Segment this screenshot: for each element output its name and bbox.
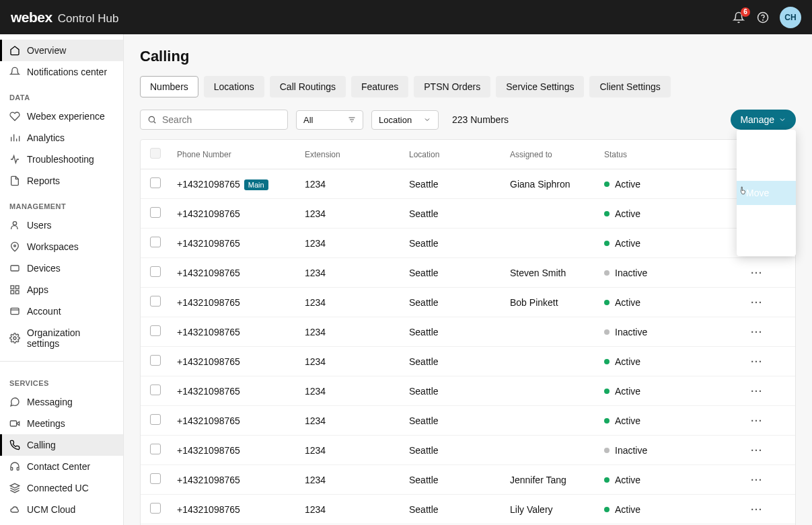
menu-item-activate[interactable]: Activate <box>737 157 796 181</box>
table-row[interactable]: +143210987651234SeattleLily ValeryActive… <box>141 495 795 524</box>
select-all-checkbox[interactable] <box>150 148 161 159</box>
table-row[interactable]: +143210987651234SeattleActive··· <box>141 376 795 406</box>
col-check <box>141 140 170 169</box>
status-dot-icon <box>604 211 610 216</box>
tab-ptsn-orders[interactable]: PTSN Orders <box>414 76 490 97</box>
sidebar: OverviewNotifications center DATA Webex … <box>0 34 124 525</box>
sidebar-item-label: Users <box>27 220 52 231</box>
table-row[interactable]: +14321098765Main1234SeattleGiana Siphron… <box>141 169 795 199</box>
cell-phone: +14321098765 <box>170 199 298 229</box>
notifications-button[interactable]: 6 <box>731 10 746 25</box>
row-checkbox[interactable] <box>150 414 161 425</box>
menu-item-add[interactable]: Add <box>737 132 796 157</box>
numbers-table: Phone Number Extension Location Assigned… <box>141 140 795 525</box>
table-row[interactable]: +143210987651234SeattleActive··· <box>141 347 795 376</box>
manage-button[interactable]: Manage AddActivateMoveDeleteExport <box>731 110 796 130</box>
row-checkbox[interactable] <box>150 177 161 188</box>
avatar[interactable]: CH <box>780 7 801 28</box>
row-checkbox[interactable] <box>150 325 161 336</box>
cell-location: Seattle <box>402 347 503 376</box>
table-row[interactable]: +143210987651234SeattleInactive··· <box>141 436 795 465</box>
filter-location[interactable]: Location <box>371 110 439 130</box>
user-icon <box>9 220 20 231</box>
grid-icon <box>9 284 20 295</box>
table-row[interactable]: +143210987651234SeattleJennifer TangActi… <box>141 465 795 495</box>
row-checkbox[interactable] <box>150 385 161 395</box>
tab-service-settings[interactable]: Service Settings <box>496 76 584 97</box>
menu-item-delete[interactable]: Delete <box>737 205 796 229</box>
tab-features[interactable]: Features <box>351 76 408 97</box>
sidebar-item-contact-center[interactable]: Contact Center <box>0 456 123 477</box>
cell-phone: +14321098765 <box>170 376 298 406</box>
row-actions-button[interactable]: ··· <box>751 268 763 278</box>
search-box[interactable] <box>140 110 288 130</box>
cell-extension: 1234 <box>298 376 402 406</box>
sidebar-item-meetings[interactable]: Meetings <box>0 413 123 434</box>
tab-client-settings[interactable]: Client Settings <box>589 76 670 97</box>
sidebar-item-ucm-cloud[interactable]: UCM Cloud <box>0 499 123 520</box>
row-checkbox[interactable] <box>150 444 161 454</box>
row-actions-button[interactable]: ··· <box>751 415 763 426</box>
sidebar-item-label: Contact Center <box>27 461 90 472</box>
sidebar-item-webex-experience[interactable]: Webex experience <box>0 106 123 127</box>
sidebar-item-account[interactable]: Account <box>0 300 123 322</box>
sidebar-item-apps[interactable]: Apps <box>0 279 123 300</box>
table-row[interactable]: +143210987651234SeattleActive··· <box>141 229 795 258</box>
table-row[interactable]: +143210987651234SeattleActive··· <box>141 199 795 229</box>
col-phone[interactable]: Phone Number <box>170 140 298 169</box>
tab-locations[interactable]: Locations <box>204 76 264 97</box>
sidebar-item-organization-settings[interactable]: Organization settings <box>0 322 123 354</box>
row-checkbox[interactable] <box>150 207 161 218</box>
status-label: Inactive <box>615 268 647 278</box>
sidebar-item-devices[interactable]: Devices <box>0 257 123 279</box>
row-actions-button[interactable]: ··· <box>751 475 763 485</box>
table-row[interactable]: +143210987651234SeattleSteven SmithInact… <box>141 258 795 288</box>
status-dot-icon <box>604 359 610 364</box>
sidebar-item-analytics[interactable]: Analytics <box>0 127 123 149</box>
row-actions-button[interactable]: ··· <box>751 445 763 456</box>
col-location[interactable]: Location <box>402 140 503 169</box>
table-row[interactable]: +143210987651234SeattleBob PinkettActive… <box>141 288 795 317</box>
cell-assigned: Bob Pinkett <box>503 288 597 317</box>
menu-item-move[interactable]: Move <box>737 181 796 205</box>
row-checkbox[interactable] <box>150 355 161 366</box>
cell-phone: +14321098765 <box>170 406 298 436</box>
logo: webex <box>11 9 52 26</box>
search-input[interactable] <box>162 114 281 125</box>
sidebar-item-calling[interactable]: Calling <box>0 434 123 456</box>
sidebar-item-messaging[interactable]: Messaging <box>0 391 123 413</box>
sidebar-item-label: UCM Cloud <box>27 504 75 515</box>
table-row[interactable]: +143210987651234SeattleInactive··· <box>141 317 795 347</box>
help-button[interactable] <box>755 10 770 25</box>
sidebar-item-users[interactable]: Users <box>0 214 123 236</box>
row-actions-button[interactable]: ··· <box>751 327 763 337</box>
sidebar-item-overview[interactable]: Overview <box>0 40 123 61</box>
sidebar-item-reports[interactable]: Reports <box>0 170 123 192</box>
tab-numbers[interactable]: Numbers <box>140 76 198 97</box>
status-label: Inactive <box>615 445 647 456</box>
sidebar-item-notifications-center[interactable]: Notifications center <box>0 61 123 83</box>
status-label: Inactive <box>615 327 647 337</box>
row-actions-button[interactable]: ··· <box>751 504 763 515</box>
row-checkbox[interactable] <box>150 266 161 277</box>
home-icon <box>9 45 20 56</box>
row-actions-button[interactable]: ··· <box>751 386 763 397</box>
filter-all[interactable]: All <box>296 110 363 130</box>
sidebar-item-workspaces[interactable]: Workspaces <box>0 236 123 257</box>
table-row[interactable]: +143210987651234SeattleActive··· <box>141 406 795 436</box>
row-checkbox[interactable] <box>150 237 161 247</box>
status-label: Active <box>615 356 640 367</box>
col-status[interactable]: Status <box>597 140 718 169</box>
row-checkbox[interactable] <box>150 296 161 307</box>
sidebar-item-connected-uc[interactable]: Connected UC <box>0 477 123 499</box>
col-extension[interactable]: Extension <box>298 140 402 169</box>
sidebar-item-troubleshooting[interactable]: Troubleshooting <box>0 149 123 170</box>
row-checkbox[interactable] <box>150 503 161 514</box>
row-checkbox[interactable] <box>150 473 161 484</box>
row-actions-button[interactable]: ··· <box>751 356 763 367</box>
col-assigned[interactable]: Assigned to <box>503 140 597 169</box>
tab-call-routings[interactable]: Call Routings <box>270 76 346 97</box>
menu-item-export[interactable]: Export <box>737 229 796 253</box>
row-actions-button[interactable]: ··· <box>751 297 763 308</box>
svg-rect-8 <box>15 290 19 294</box>
